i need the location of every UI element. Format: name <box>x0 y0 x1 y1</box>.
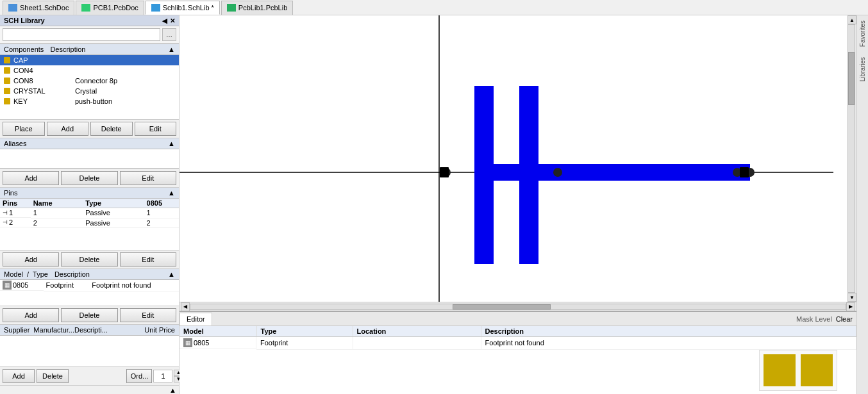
libraries-panel-label[interactable]: Libraries <box>859 54 866 84</box>
supplier-section-header: Supplier Manufactur... Descripti... Unit… <box>0 324 179 336</box>
sdesc-label: Descripti... <box>74 326 113 334</box>
editor-col-location: Location <box>353 326 481 337</box>
scroll-left-arrow[interactable]: ◀ <box>181 302 190 311</box>
h-scrollbar-thumb[interactable] <box>453 304 551 309</box>
comp-icon-con8 <box>3 76 12 85</box>
clear-button[interactable]: Clear <box>836 315 853 323</box>
place-button[interactable]: Place <box>3 122 45 136</box>
list-item[interactable]: KEY push-button <box>0 96 179 106</box>
search-button[interactable]: … <box>162 28 176 41</box>
edit-alias-button[interactable]: Edit <box>120 171 176 185</box>
pin-type-cell: Passive <box>83 218 144 227</box>
svg-rect-4 <box>474 86 494 264</box>
comp-name: CRYSTAL <box>13 87 75 95</box>
pin-icon[interactable]: ◀ <box>162 17 167 24</box>
model-label: Model <box>4 270 23 278</box>
pcblib-icon <box>227 4 236 12</box>
add-component-button[interactable]: Add <box>47 122 89 136</box>
model-type-label: Type <box>33 270 48 278</box>
search-input[interactable] <box>3 28 160 41</box>
scroll-up-aliases-icon[interactable]: ▲ <box>168 140 175 147</box>
scroll-right-arrow[interactable]: ▶ <box>846 302 855 311</box>
aliases-list <box>0 149 179 168</box>
tab-sheet1-label: Sheet1.SchDoc <box>20 4 69 12</box>
model-name-cell: ▦ 0805 <box>0 280 44 291</box>
edit-pin-button[interactable]: Edit <box>120 252 176 267</box>
table-row[interactable]: ▦ 0805 Footprint Footprint not found <box>0 280 179 291</box>
tab-bar: Sheet1.SchDoc PCB1.PcbDoc Schlib1.SchLib… <box>0 0 868 15</box>
float-icon[interactable]: ✕ <box>170 17 175 24</box>
h-scrollbar-track[interactable] <box>190 304 846 310</box>
svg-rect-3 <box>474 164 750 181</box>
delete-component-button[interactable]: Delete <box>90 122 133 136</box>
add-alias-button[interactable]: Add <box>3 171 59 185</box>
scroll-up-supplier-icon[interactable]: ▲ <box>169 386 176 394</box>
add-model-button[interactable]: Add <box>3 308 59 322</box>
edit-model-button[interactable]: Edit <box>120 308 176 322</box>
comp-icon-key <box>3 97 12 106</box>
svg-rect-10 <box>440 167 449 177</box>
pin-val-cell: 1 <box>144 208 179 218</box>
pins-col-val: 0805 <box>144 199 179 208</box>
delete-pin-button[interactable]: Delete <box>61 252 117 267</box>
pin-type-cell: Passive <box>83 208 144 218</box>
tab-schlib1[interactable]: Schlib1.SchLib * <box>146 1 220 15</box>
v-scrollbar-track[interactable] <box>847 24 855 293</box>
tab-pcb1[interactable]: PCB1.PcbDoc <box>76 1 144 15</box>
tab-pcblib1[interactable]: PcbLib1.PcbLib <box>221 1 293 15</box>
model-icon: ▦ <box>3 281 12 290</box>
bottom-right-controls: Mask Level Clear <box>796 315 856 323</box>
order-qty-input[interactable]: 1 <box>153 370 172 382</box>
table-row[interactable]: ⊣ 2 2 Passive 2 <box>0 218 179 227</box>
right-area: ▲ ▼ ◀ ▶ Editor <box>179 15 856 394</box>
delete-alias-button[interactable]: Delete <box>61 171 117 185</box>
pcb-icon <box>81 4 90 12</box>
add-pin-button[interactable]: Add <box>3 252 59 267</box>
scroll-up-arrow[interactable]: ▲ <box>847 15 856 24</box>
comp-desc: Connector 8p <box>75 77 176 85</box>
pins-col-pins: Pins <box>0 199 31 208</box>
pins-col-name: Name <box>31 199 83 208</box>
panel-title-bar: SCH Library ◀ ✕ <box>0 15 179 26</box>
scroll-up-model-icon[interactable]: ▲ <box>168 270 175 278</box>
tab-pcblib1-label: PcbLib1.PcbLib <box>238 4 287 12</box>
delete-model-button[interactable]: Delete <box>61 308 117 322</box>
delete-supplier-button[interactable]: Delete <box>37 369 69 383</box>
horizontal-scrollbar: ◀ ▶ <box>179 302 856 311</box>
favorites-panel-label[interactable]: Favorites <box>859 18 866 49</box>
tab-sheet1[interactable]: Sheet1.SchDoc <box>3 1 74 15</box>
scroll-up-pins-icon[interactable]: ▲ <box>168 189 175 197</box>
editor-tab-label: Editor <box>187 315 205 323</box>
schlib-icon <box>151 4 160 12</box>
add-supplier-button[interactable]: Add <box>3 369 35 383</box>
thumbnail-2 <box>801 354 833 386</box>
components-section-header: Components Description ▲ <box>0 44 179 55</box>
scroll-up-icon[interactable]: ▲ <box>168 45 175 53</box>
editor-table-container: Model Type Location Description ▦ 0805 <box>179 326 856 394</box>
model-section-header: Model / Type Description ▲ <box>0 268 179 280</box>
list-item[interactable]: CRYSTAL Crystal <box>0 86 179 96</box>
table-row[interactable]: ▦ 0805 Footprint Footprint not found <box>179 337 856 350</box>
editor-col-description: Description <box>481 326 856 337</box>
list-item[interactable]: CON8 Connector 8p <box>0 76 179 86</box>
list-item[interactable]: CAP <box>0 55 179 65</box>
list-item[interactable]: CON4 <box>0 65 179 76</box>
pins-buttons-row: Add Delete Edit <box>0 250 179 268</box>
model-table: ▦ 0805 Footprint Footprint not found <box>0 280 179 291</box>
editor-tab[interactable]: Editor <box>179 313 212 325</box>
v-scrollbar-thumb[interactable] <box>848 52 855 105</box>
pin-name-cell: 1 <box>31 208 83 218</box>
edit-component-button[interactable]: Edit <box>135 122 177 136</box>
pins-table: Pins Name Type 0805 ⊣ 1 1 <box>0 199 179 228</box>
vertical-scrollbar: ▲ ▼ <box>847 15 856 302</box>
pins-table-container: Pins Name Type 0805 ⊣ 1 1 <box>0 199 179 250</box>
comp-name: CAP <box>13 56 75 64</box>
comp-name: CON4 <box>13 67 75 74</box>
table-row[interactable]: ⊣ 1 1 Passive 1 <box>0 208 179 218</box>
search-row: … <box>0 26 179 44</box>
editor-icon: ▦ <box>183 338 192 347</box>
order-button[interactable]: Ord... <box>126 369 152 383</box>
canvas-area[interactable] <box>179 15 847 302</box>
scroll-down-arrow[interactable]: ▼ <box>847 293 856 302</box>
supplier-table-container <box>0 336 179 366</box>
